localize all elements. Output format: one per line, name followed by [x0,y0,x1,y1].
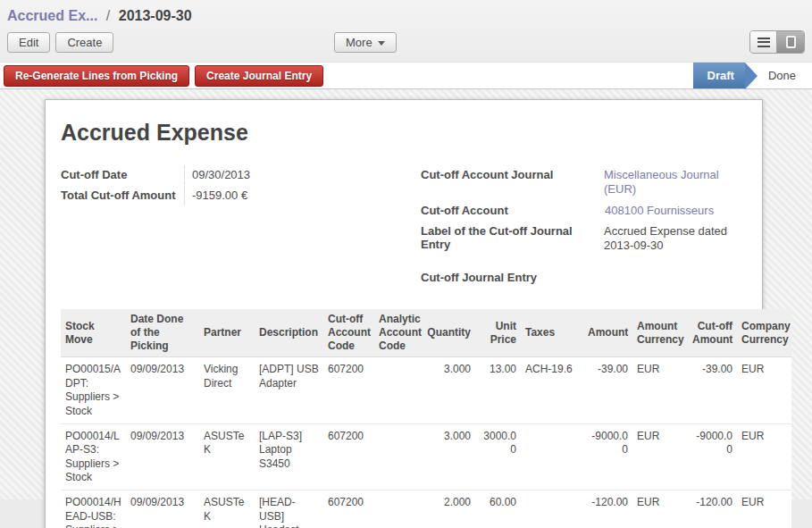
cutoff-account-label: Cut-off Account [421,201,598,221]
breadcrumb-current: 2013-09-30 [119,8,192,23]
column-header: Quantity [423,309,475,357]
cutoff-journal-entry-value [598,268,605,287]
field-group-right: Cut-off Account Journal Miscellaneous Jo… [421,165,747,288]
column-header: Amount Currency [632,309,688,357]
lines-table-container: Stock MoveDate Done of the PickingPartne… [61,309,791,528]
cutoff-date-label: Cut-off Date [61,165,184,185]
state-done-label: Done [761,63,812,88]
table-cell: ASUSTeK [199,490,255,528]
column-header: Cut-off Amount [688,309,737,357]
column-header: Stock Move [61,309,126,357]
create-journal-entry-button[interactable]: Create Journal Entry [195,65,323,87]
breadcrumb: Accrued Ex... / 2013-09-30 [0,0,812,26]
table-cell: ASUSTeK [199,423,255,490]
toolbar: Edit Create More [0,26,812,62]
table-cell: 3.000 [423,423,475,490]
table-cell: PO00015/ADPT: Suppliers > Stock [61,357,126,423]
table-cell: -9000.00 [688,423,737,490]
breadcrumb-separator: / [106,8,110,23]
create-button[interactable]: Create [55,32,113,53]
table-cell: 13.00 [475,357,521,423]
chevron-down-icon [378,41,385,46]
table-cell: 607200 [323,357,374,423]
more-dropdown-button[interactable]: More [334,32,397,53]
cutoff-account-link[interactable]: 408100 Fournisseurs [598,201,714,221]
table-cell: -39.00 [688,357,737,423]
table-cell [374,490,423,528]
state-indicator: Draft Done [693,63,812,88]
table-cell [521,490,583,528]
table-cell: ACH-19.6 [521,357,583,423]
column-header: Company Currency [737,309,791,357]
total-cutoff-amount-value: -9159.00 € [184,186,421,205]
column-header: Taxes [521,309,583,357]
column-header: Analytic Account Code [374,309,423,357]
column-header: Date Done of the Picking [126,309,199,357]
table-row[interactable]: PO00014/HEAD-USB: Suppliers > Stock09/09… [61,490,791,528]
table-cell: [LAP-S3] Laptop S3450 [255,423,323,490]
cutoff-account-journal-link[interactable]: Miscellaneous Journal (EUR) [597,165,747,200]
page-title: Accrued Expense [61,120,747,146]
table-cell: EUR [632,357,688,423]
table-body: PO00015/ADPT: Suppliers > Stock09/09/201… [61,357,791,528]
table-cell: 09/09/2013 [126,357,199,423]
more-label: More [346,36,373,49]
table-cell: 3000.00 [475,423,521,490]
table-cell: Vicking Direct [199,357,255,423]
table-header-row: Stock MoveDate Done of the PickingPartne… [61,309,791,357]
table-cell: 09/09/2013 [126,423,199,490]
table-cell [374,357,423,423]
table-row[interactable]: PO00014/LAP-S3: Suppliers > Stock09/09/2… [61,423,791,490]
table-cell: PO00014/HEAD-USB: Suppliers > Stock [61,490,126,528]
table-cell [521,423,583,490]
table-cell: PO00014/LAP-S3: Suppliers > Stock [61,423,126,490]
page-background: Accrued Expense Cut-off Date 09/30/2013 … [0,89,812,499]
column-header: Unit Price [475,309,521,357]
top-bar: Accrued Ex... / 2013-09-30 Edit Create M… [0,0,812,62]
field-group-left: Cut-off Date 09/30/2013 Total Cut-off Am… [61,165,421,288]
journal-entry-label-value: Accrued Expense dated 2013-09-30 [597,222,747,256]
lines-table: Stock MoveDate Done of the PickingPartne… [61,309,791,528]
form-view-button[interactable] [777,31,804,53]
list-view-icon [758,38,770,47]
table-cell: -9000.00 [583,423,632,490]
table-cell: EUR [737,490,791,528]
table-cell [374,423,423,490]
total-cutoff-amount-label: Total Cut-off Amount [61,186,184,205]
table-cell: -39.00 [583,357,632,423]
table-cell: 09/09/2013 [126,490,199,528]
cutoff-journal-entry-label: Cut-off Journal Entry [421,268,598,287]
regenerate-lines-button[interactable]: Re-Generate Lines from Picking [4,65,189,87]
table-cell: 3.000 [423,357,475,423]
cutoff-account-journal-label: Cut-off Account Journal [421,165,597,200]
list-view-button[interactable] [750,31,777,53]
cutoff-date-value: 09/30/2013 [184,165,421,185]
view-switcher [749,30,805,54]
table-row[interactable]: PO00015/ADPT: Suppliers > Stock09/09/201… [61,357,791,423]
form-sheet: Accrued Expense Cut-off Date 09/30/2013 … [45,99,763,528]
state-draft-badge: Draft [693,63,745,88]
table-cell: [HEAD-USB] Headset USB [255,490,323,528]
column-header: Amount [583,309,632,357]
table-cell: [ADPT] USB Adapter [255,357,323,423]
form-view-icon [786,36,796,48]
table-cell: -120.00 [583,490,632,528]
table-cell: EUR [632,423,688,490]
breadcrumb-parent-link[interactable]: Accrued Ex... [7,8,97,23]
table-cell: 607200 [323,423,374,490]
column-header: Partner [199,309,255,357]
table-cell: -120.00 [688,490,737,528]
column-header: Cut-off Account Code [323,309,374,357]
table-cell: EUR [737,423,791,490]
table-cell: 2.000 [423,490,475,528]
status-bar: Re-Generate Lines from Picking Create Jo… [0,62,812,89]
table-cell: EUR [632,490,688,528]
table-cell: 607200 [323,490,374,528]
journal-entry-label-label: Label of the Cut-off Journal Entry [421,222,597,256]
edit-button[interactable]: Edit [7,32,50,53]
table-cell: 60.00 [475,490,521,528]
table-cell: EUR [737,357,791,423]
column-header: Description [255,309,323,357]
